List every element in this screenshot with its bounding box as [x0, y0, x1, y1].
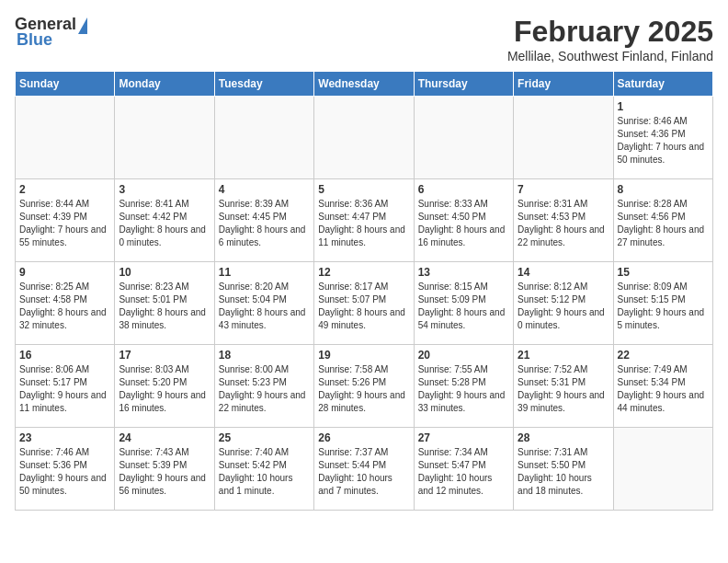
day-info: Sunrise: 7:40 AMSunset: 5:42 PMDaylight:…	[219, 446, 310, 498]
day-number: 28	[518, 431, 609, 444]
day-info: Sunrise: 8:06 AMSunset: 5:17 PMDaylight:…	[19, 363, 110, 415]
day-number: 19	[318, 349, 409, 362]
title-section: February 2025 Mellilae, Southwest Finlan…	[507, 15, 713, 63]
day-info: Sunrise: 8:33 AMSunset: 4:50 PMDaylight:…	[418, 198, 509, 249]
day-info: Sunrise: 7:58 AMSunset: 5:26 PMDaylight:…	[318, 363, 409, 415]
calendar-cell: 19Sunrise: 7:58 AMSunset: 5:26 PMDayligh…	[314, 345, 414, 428]
day-info: Sunrise: 8:00 AMSunset: 5:23 PMDaylight:…	[219, 363, 310, 415]
col-tuesday: Tuesday	[214, 72, 313, 97]
calendar-cell: 27Sunrise: 7:34 AMSunset: 5:47 PMDayligh…	[414, 428, 513, 511]
day-info: Sunrise: 8:39 AMSunset: 4:45 PMDaylight:…	[219, 198, 310, 249]
calendar-cell: 2Sunrise: 8:44 AMSunset: 4:39 PMDaylight…	[16, 179, 115, 262]
calendar-cell	[514, 97, 613, 179]
calendar-cell	[414, 97, 513, 179]
day-info: Sunrise: 8:44 AMSunset: 4:39 PMDaylight:…	[19, 198, 110, 249]
day-info: Sunrise: 8:41 AMSunset: 4:42 PMDaylight:…	[119, 198, 210, 249]
calendar-cell	[16, 97, 115, 179]
calendar-cell: 23Sunrise: 7:46 AMSunset: 5:36 PMDayligh…	[16, 428, 115, 511]
day-number: 18	[219, 349, 310, 362]
col-saturday: Saturday	[613, 72, 712, 97]
week-row-5: 23Sunrise: 7:46 AMSunset: 5:36 PMDayligh…	[16, 428, 713, 511]
day-number: 5	[318, 183, 409, 196]
logo-triangle-icon	[78, 17, 87, 34]
week-row-4: 16Sunrise: 8:06 AMSunset: 5:17 PMDayligh…	[16, 345, 713, 428]
day-number: 10	[119, 266, 210, 279]
day-number: 24	[119, 431, 210, 444]
header-row: Sunday Monday Tuesday Wednesday Thursday…	[16, 72, 713, 97]
calendar-cell: 25Sunrise: 7:40 AMSunset: 5:42 PMDayligh…	[214, 428, 313, 511]
day-info: Sunrise: 8:25 AMSunset: 4:58 PMDaylight:…	[19, 281, 110, 332]
calendar-cell: 8Sunrise: 8:28 AMSunset: 4:56 PMDaylight…	[613, 179, 712, 262]
calendar-cell: 24Sunrise: 7:43 AMSunset: 5:39 PMDayligh…	[115, 428, 214, 511]
calendar-cell: 11Sunrise: 8:20 AMSunset: 5:04 PMDayligh…	[214, 262, 313, 345]
day-info: Sunrise: 8:03 AMSunset: 5:20 PMDaylight:…	[119, 363, 210, 415]
calendar-cell	[314, 97, 414, 179]
calendar-cell	[613, 428, 712, 511]
day-number: 3	[119, 183, 210, 196]
col-sunday: Sunday	[16, 72, 115, 97]
day-number: 1	[618, 100, 709, 113]
week-row-2: 2Sunrise: 8:44 AMSunset: 4:39 PMDaylight…	[16, 179, 713, 262]
day-number: 11	[219, 266, 310, 279]
day-number: 21	[518, 349, 609, 362]
calendar-table: Sunday Monday Tuesday Wednesday Thursday…	[15, 71, 713, 511]
day-info: Sunrise: 7:31 AMSunset: 5:50 PMDaylight:…	[518, 446, 609, 498]
calendar-cell: 18Sunrise: 8:00 AMSunset: 5:23 PMDayligh…	[214, 345, 313, 428]
calendar-cell: 17Sunrise: 8:03 AMSunset: 5:20 PMDayligh…	[115, 345, 214, 428]
day-number: 26	[318, 431, 409, 444]
day-number: 14	[518, 266, 609, 279]
day-info: Sunrise: 8:20 AMSunset: 5:04 PMDaylight:…	[219, 281, 310, 332]
calendar-header: Sunday Monday Tuesday Wednesday Thursday…	[16, 72, 713, 97]
calendar-cell: 21Sunrise: 7:52 AMSunset: 5:31 PMDayligh…	[514, 345, 613, 428]
calendar-cell: 9Sunrise: 8:25 AMSunset: 4:58 PMDaylight…	[16, 262, 115, 345]
calendar-cell	[115, 97, 214, 179]
calendar-cell: 10Sunrise: 8:23 AMSunset: 5:01 PMDayligh…	[115, 262, 214, 345]
calendar-cell: 14Sunrise: 8:12 AMSunset: 5:12 PMDayligh…	[514, 262, 613, 345]
day-number: 22	[618, 349, 709, 362]
day-info: Sunrise: 7:55 AMSunset: 5:28 PMDaylight:…	[418, 363, 509, 415]
day-number: 6	[418, 183, 509, 196]
day-info: Sunrise: 7:49 AMSunset: 5:34 PMDaylight:…	[618, 363, 709, 415]
header: General Blue February 2025 Mellilae, Sou…	[15, 15, 713, 63]
calendar-cell: 5Sunrise: 8:36 AMSunset: 4:47 PMDaylight…	[314, 179, 414, 262]
calendar-cell: 4Sunrise: 8:39 AMSunset: 4:45 PMDaylight…	[214, 179, 313, 262]
day-info: Sunrise: 8:23 AMSunset: 5:01 PMDaylight:…	[119, 281, 210, 332]
col-friday: Friday	[514, 72, 613, 97]
day-number: 12	[318, 266, 409, 279]
calendar-cell: 12Sunrise: 8:17 AMSunset: 5:07 PMDayligh…	[314, 262, 414, 345]
day-info: Sunrise: 8:12 AMSunset: 5:12 PMDaylight:…	[518, 281, 609, 332]
day-info: Sunrise: 7:34 AMSunset: 5:47 PMDaylight:…	[418, 446, 509, 498]
col-thursday: Thursday	[414, 72, 513, 97]
day-number: 17	[119, 349, 210, 362]
calendar-body: 1Sunrise: 8:46 AMSunset: 4:36 PMDaylight…	[16, 97, 713, 511]
day-info: Sunrise: 8:36 AMSunset: 4:47 PMDaylight:…	[318, 198, 409, 249]
col-monday: Monday	[115, 72, 214, 97]
day-info: Sunrise: 8:15 AMSunset: 5:09 PMDaylight:…	[418, 281, 509, 332]
logo-blue: Blue	[15, 30, 52, 50]
day-info: Sunrise: 7:43 AMSunset: 5:39 PMDaylight:…	[119, 446, 210, 498]
calendar-cell: 13Sunrise: 8:15 AMSunset: 5:09 PMDayligh…	[414, 262, 513, 345]
day-info: Sunrise: 8:31 AMSunset: 4:53 PMDaylight:…	[518, 198, 609, 249]
day-info: Sunrise: 8:28 AMSunset: 4:56 PMDaylight:…	[618, 198, 709, 249]
calendar-cell: 26Sunrise: 7:37 AMSunset: 5:44 PMDayligh…	[314, 428, 414, 511]
day-number: 7	[518, 183, 609, 196]
day-number: 8	[618, 183, 709, 196]
day-info: Sunrise: 8:09 AMSunset: 5:15 PMDaylight:…	[618, 281, 709, 332]
day-number: 27	[418, 431, 509, 444]
col-wednesday: Wednesday	[314, 72, 414, 97]
calendar-cell	[214, 97, 313, 179]
day-info: Sunrise: 7:46 AMSunset: 5:36 PMDaylight:…	[19, 446, 110, 498]
week-row-3: 9Sunrise: 8:25 AMSunset: 4:58 PMDaylight…	[16, 262, 713, 345]
week-row-1: 1Sunrise: 8:46 AMSunset: 4:36 PMDaylight…	[16, 97, 713, 179]
day-number: 25	[219, 431, 310, 444]
logo: General Blue	[15, 15, 87, 50]
calendar-cell: 22Sunrise: 7:49 AMSunset: 5:34 PMDayligh…	[613, 345, 712, 428]
calendar-cell: 20Sunrise: 7:55 AMSunset: 5:28 PMDayligh…	[414, 345, 513, 428]
day-number: 13	[418, 266, 509, 279]
day-number: 20	[418, 349, 509, 362]
day-info: Sunrise: 7:37 AMSunset: 5:44 PMDaylight:…	[318, 446, 409, 498]
day-number: 23	[19, 431, 110, 444]
day-number: 16	[19, 349, 110, 362]
day-number: 15	[618, 266, 709, 279]
calendar-cell: 28Sunrise: 7:31 AMSunset: 5:50 PMDayligh…	[514, 428, 613, 511]
